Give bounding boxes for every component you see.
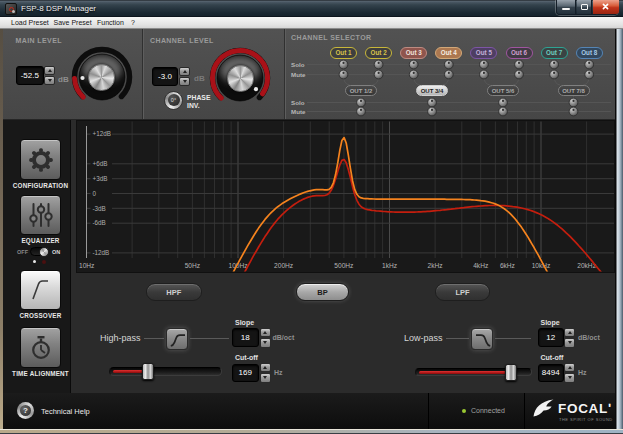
svg-text:+3dB: +3dB xyxy=(93,175,108,182)
svg-text:10Hz: 10Hz xyxy=(79,262,94,269)
svg-text:10kHz: 10kHz xyxy=(532,262,551,269)
svg-text:1kHz: 1kHz xyxy=(382,262,397,269)
svg-text:-6dB: -6dB xyxy=(93,219,106,226)
svg-text:2kHz: 2kHz xyxy=(428,262,443,269)
svg-text:-12dB: -12dB xyxy=(93,249,110,256)
svg-text:+6dB: +6dB xyxy=(93,160,108,167)
svg-text:+12dB: +12dB xyxy=(93,130,111,137)
svg-text:50Hz: 50Hz xyxy=(185,262,200,269)
svg-text:200Hz: 200Hz xyxy=(274,262,293,269)
svg-text:0: 0 xyxy=(93,190,97,197)
svg-text:-3dB: -3dB xyxy=(93,205,106,212)
svg-text:6kHz: 6kHz xyxy=(500,262,515,269)
svg-text:4kHz: 4kHz xyxy=(473,262,488,269)
svg-text:500Hz: 500Hz xyxy=(334,262,353,269)
